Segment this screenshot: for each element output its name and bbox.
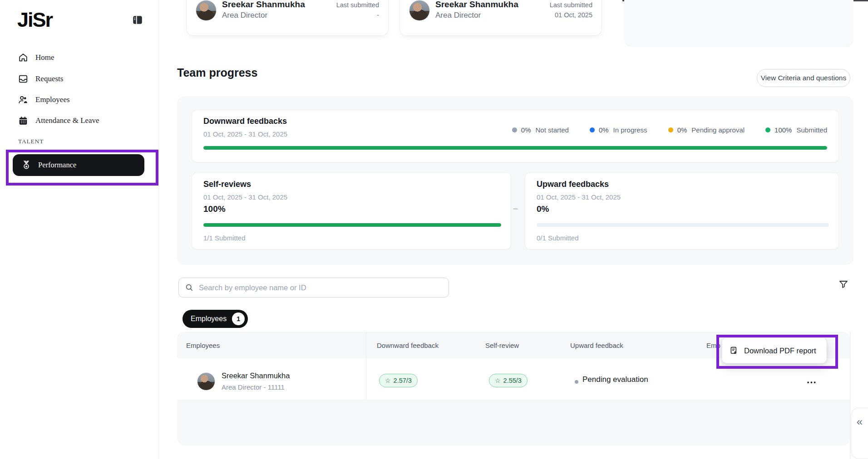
employee-name: Sreekar Shanmukha xyxy=(435,0,518,10)
last-submitted-value: 01 Oct, 2025 xyxy=(555,11,592,19)
expand-panel-button[interactable]: « xyxy=(851,408,868,459)
sidebar-item-label: Attendance & Leave xyxy=(35,116,99,125)
legend-dot xyxy=(765,127,770,132)
sidebar-item-attendance[interactable]: Attendance & Leave xyxy=(18,116,99,126)
search-field-wrap xyxy=(178,278,449,298)
card-percent: 100% xyxy=(203,204,226,214)
column-header-truncated: Emp xyxy=(706,342,720,349)
sidebar-item-label: Requests xyxy=(35,74,63,83)
downward-score-badge: ☆ 2.57/3 xyxy=(379,374,418,387)
chevrons-left-icon: « xyxy=(857,415,863,428)
legend-pct: 0% xyxy=(599,126,609,134)
sidebar-item-requests[interactable]: Requests xyxy=(18,74,63,84)
employee-role: Area Director xyxy=(435,11,481,20)
legend-label: In progress xyxy=(613,126,647,134)
calendar-icon xyxy=(18,116,28,126)
employee-summary-card[interactable]: Sreekar Shanmukha Area Director Last sub… xyxy=(399,0,602,36)
avatar xyxy=(196,0,217,21)
column-header-employees: Employees xyxy=(186,342,220,349)
last-submitted-label: Last submitted xyxy=(550,1,592,9)
card-period: 01 Oct, 2025 - 31 Oct, 2025 xyxy=(203,193,287,201)
row-employee-role-id: Area Director - 11111 xyxy=(222,383,285,391)
column-header-downward-feedback: Downward feedback xyxy=(377,342,439,349)
card-title: Self-reviews xyxy=(203,180,251,189)
card-title: Downward feedbacks xyxy=(203,117,287,126)
medal-icon xyxy=(21,160,32,171)
last-submitted-value: - xyxy=(377,11,379,19)
home-icon xyxy=(18,53,28,63)
legend-dot xyxy=(590,127,595,132)
legend-label: Submitted xyxy=(796,126,827,134)
legend-item-submitted: 100% Submitted xyxy=(765,126,827,134)
self-progress-bar xyxy=(203,223,501,227)
legend-item-pending-approval: 0% Pending approval xyxy=(668,126,745,134)
sidebar-item-label: Home xyxy=(35,53,54,62)
legend-dot xyxy=(512,127,517,132)
avatar xyxy=(409,0,430,21)
legend-label: Pending approval xyxy=(691,126,745,134)
legend-label: Not started xyxy=(536,126,569,134)
score-value: 2.55/3 xyxy=(503,377,522,384)
employee-summary-card[interactable]: Sreekar Shanmukha Area Director Last sub… xyxy=(186,0,389,36)
filter-icon xyxy=(838,284,849,291)
progress-fill xyxy=(203,223,501,227)
sidebar-item-label: Employees xyxy=(35,95,70,104)
legend-pct: 0% xyxy=(677,126,687,134)
status-dot xyxy=(575,380,578,384)
search-input[interactable] xyxy=(178,278,449,298)
submitted-count: 1/1 Submitted xyxy=(203,234,246,242)
card-percent: 0% xyxy=(537,204,549,214)
upward-status: Pending evaluation xyxy=(582,375,648,384)
sidebar-item-home[interactable]: Home xyxy=(18,53,54,63)
sidebar-item-performance[interactable]: Performance xyxy=(13,154,144,176)
card-period: 01 Oct, 2025 - 31 Oct, 2025 xyxy=(203,130,287,138)
submitted-count: 0/1 Submitted xyxy=(537,234,579,242)
performance-page: JiSr Home Requests Employees xyxy=(0,0,868,459)
sidebar-section-talent: TALENT xyxy=(18,138,44,145)
row-actions-menu[interactable]: ••• xyxy=(807,379,817,386)
sidebar-item-employees[interactable]: Employees xyxy=(18,95,70,105)
card-title: Upward feedbacks xyxy=(537,180,609,189)
last-submitted-label: Last submitted xyxy=(336,1,379,9)
sidebar-toggle-button[interactable] xyxy=(131,14,144,27)
empty-summary-panel xyxy=(624,0,853,47)
star-icon: ☆ xyxy=(385,377,391,384)
progress-fill xyxy=(203,146,827,150)
tab-count-badge: 1 xyxy=(232,313,245,325)
status-legend: 0% Not started 0% In progress 0% Pending… xyxy=(499,126,827,134)
upward-progress-bar xyxy=(537,223,829,227)
column-header-self-review: Self-review xyxy=(485,342,519,349)
search-icon xyxy=(185,283,194,292)
employee-role: Area Director xyxy=(222,11,267,20)
sidebar-item-label: Performance xyxy=(38,161,76,170)
legend-dot xyxy=(668,127,673,132)
column-divider xyxy=(366,332,366,400)
column-header-upward-feedback: Upward feedback xyxy=(570,342,623,349)
employee-name: Sreekar Shanmukha xyxy=(222,0,305,10)
star-icon: ☆ xyxy=(495,377,501,384)
view-criteria-button[interactable]: View Criteria and questions xyxy=(757,69,850,87)
tab-label: Employees xyxy=(191,315,227,323)
page-title: Team progress xyxy=(177,66,257,79)
row-employee-name: Sreekar Shanmukha xyxy=(222,371,290,380)
filter-button[interactable] xyxy=(837,278,850,291)
inbox-icon xyxy=(18,74,28,84)
legend-pct: 0% xyxy=(521,126,531,134)
menu-item-label: Download PDF report xyxy=(744,347,816,355)
people-icon xyxy=(18,95,28,105)
download-pdf-menu-item[interactable]: Download PDF report xyxy=(722,338,827,363)
file-download-icon xyxy=(729,346,739,356)
legend-item-not-started: 0% Not started xyxy=(512,126,569,134)
self-score-badge: ☆ 2.55/3 xyxy=(489,374,528,387)
legend-pct: 100% xyxy=(774,126,792,134)
downward-feedbacks-card xyxy=(192,110,839,162)
app-logo: JiSr xyxy=(17,8,52,32)
panel-left-icon xyxy=(132,20,143,27)
legend-item-in-progress: 0% In progress xyxy=(590,126,647,134)
card-period: 01 Oct, 2025 - 31 Oct, 2025 xyxy=(537,193,621,201)
cards-divider-dash: – xyxy=(513,204,518,213)
downward-progress-bar xyxy=(203,146,827,150)
score-value: 2.57/3 xyxy=(394,377,412,384)
tab-employees[interactable]: Employees 1 xyxy=(182,310,248,328)
sidebar: JiSr Home Requests Employees xyxy=(0,0,159,459)
